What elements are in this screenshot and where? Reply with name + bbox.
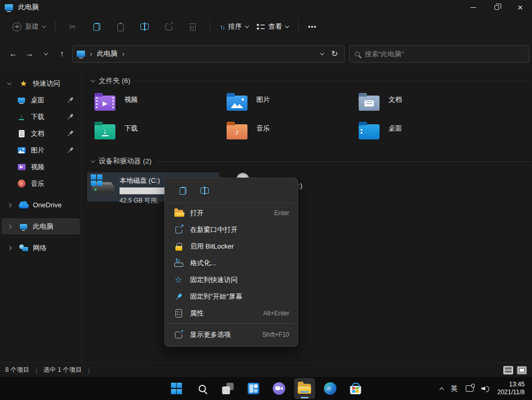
folder-tile-downloads[interactable]: ↓ 下载 — [87, 120, 219, 148]
pin-icon — [65, 128, 75, 138]
up-icon: ↑ — [60, 49, 64, 58]
rename-button[interactable] — [195, 182, 214, 199]
folder-tile-documents[interactable]: 文档 — [351, 91, 483, 120]
format-drive-icon — [174, 260, 183, 267]
sidebar-item-desktop[interactable]: 桌面 — [2, 92, 80, 108]
folder-tile-videos[interactable]: ▶ 视频 — [87, 91, 219, 120]
chevron-right-icon[interactable] — [7, 203, 11, 207]
file-explorer-button[interactable] — [294, 378, 315, 399]
folders-section-title: 文件夹 (6) — [99, 76, 131, 86]
sidebar-item-onedrive[interactable]: OneDrive — [2, 197, 80, 213]
address-bar[interactable]: › 此电脑 › ↻ — [72, 45, 345, 63]
details-view-button[interactable] — [503, 366, 513, 374]
cut-button[interactable]: ✂ — [61, 18, 85, 36]
sidebar-item-videos[interactable]: ▶ 视频 — [2, 159, 80, 175]
menu-item-open[interactable]: 打开 Enter — [167, 205, 295, 221]
large-icons-view-button[interactable] — [517, 366, 527, 374]
menu-item-pin-to-start[interactable]: 固定到"开始"屏幕 — [167, 288, 295, 305]
start-button[interactable] — [166, 378, 187, 399]
devices-section-title: 设备和驱动器 (2) — [99, 157, 151, 166]
open-new-window-icon — [175, 227, 182, 233]
widgets-button[interactable] — [243, 378, 264, 399]
videos-folder-icon: ▶ — [94, 96, 115, 111]
copy-icon — [180, 187, 186, 195]
folder-tile-desktop[interactable]: 桌面 — [351, 120, 483, 148]
windows-logo-icon — [91, 174, 102, 186]
volume-icon[interactable] — [481, 385, 490, 392]
devices-section-header[interactable]: 设备和驱动器 (2) — [87, 156, 532, 167]
chevron-down-icon[interactable] — [7, 80, 11, 85]
chevron-right-icon[interactable] — [7, 245, 11, 250]
restore-icon — [494, 5, 499, 10]
view-button[interactable]: 查看 — [253, 18, 293, 36]
ime-indicator[interactable]: 英 — [451, 384, 458, 393]
menu-item-format[interactable]: 格式化... — [167, 255, 295, 272]
share-button[interactable] — [157, 18, 181, 36]
close-button[interactable]: × — [509, 0, 532, 15]
this-pc-icon — [77, 51, 85, 57]
menu-item-bitlocker[interactable]: 启用 BitLocker — [167, 238, 295, 255]
menu-item-shortcut: Enter — [274, 209, 289, 217]
sort-button[interactable]: ↑↓ 排序 — [216, 18, 253, 36]
chevron-down-icon — [42, 23, 46, 28]
desktop-icon — [18, 98, 25, 103]
task-view-button[interactable] — [217, 378, 238, 399]
sort-label: 排序 — [228, 22, 242, 31]
back-button[interactable]: ← — [5, 46, 21, 62]
menu-item-show-more-options[interactable]: 显示更多选项 Shift+F10 — [167, 325, 295, 344]
network-icon[interactable] — [466, 385, 474, 392]
pictures-folder-icon — [227, 96, 247, 111]
copy-button[interactable] — [85, 18, 109, 36]
breadcrumb-this-pc[interactable]: 此电脑 — [97, 49, 117, 58]
new-button[interactable]: 新建 — [8, 18, 50, 36]
minimize-button[interactable] — [462, 0, 485, 15]
sidebar-item-this-pc[interactable]: 此电脑 — [2, 218, 80, 234]
folder-tile-pictures[interactable]: 图片 — [219, 91, 351, 120]
devices-row: 本地磁盘 (C:) 42.5 GB 可用, DVD 驱动器 (D:) — [87, 172, 532, 202]
copy-button[interactable] — [173, 182, 192, 199]
music-folder-icon: ♪ — [227, 124, 247, 139]
up-button[interactable]: ↑ — [54, 46, 70, 62]
delete-button[interactable] — [181, 18, 205, 36]
menu-item-pin-quick-access[interactable]: ☆ 固定到快速访问 — [167, 272, 295, 288]
paste-button[interactable] — [109, 18, 133, 36]
chevron-right-icon[interactable] — [7, 224, 11, 228]
search-box[interactable] — [349, 45, 529, 63]
chat-button[interactable] — [268, 378, 289, 399]
recent-locations-button[interactable] — [38, 46, 54, 62]
rename-button[interactable] — [133, 18, 157, 36]
menu-item-shortcut: Alt+Enter — [263, 310, 289, 317]
star-outline-icon: ☆ — [175, 276, 182, 284]
show-more-icon — [175, 332, 182, 338]
menu-item-label: 启用 BitLocker — [190, 242, 234, 251]
search-input[interactable] — [365, 50, 524, 58]
this-pc-icon — [5, 4, 13, 10]
music-icon: ♪ — [18, 180, 26, 187]
refresh-icon[interactable]: ↻ — [331, 49, 338, 58]
menu-item-open-new-window[interactable]: 在新窗口中打开 — [167, 221, 295, 238]
sidebar-item-pictures[interactable]: 图片 — [2, 142, 80, 158]
edge-button[interactable] — [320, 378, 340, 399]
see-more-button[interactable]: ••• — [304, 18, 321, 36]
sidebar-item-network[interactable]: 网络 — [2, 240, 80, 256]
menu-item-label: 在新窗口中打开 — [190, 225, 238, 234]
menu-item-properties[interactable]: 属性 Alt+Enter — [167, 305, 295, 322]
sidebar-item-downloads[interactable]: ↓ 下载 — [2, 109, 80, 125]
store-button[interactable] — [345, 378, 366, 399]
address-dropdown-icon[interactable] — [320, 51, 324, 55]
forward-button[interactable]: → — [21, 46, 38, 62]
this-pc-icon — [20, 224, 27, 229]
hidden-icons-button[interactable] — [440, 384, 443, 393]
taskbar-search-button[interactable] — [192, 378, 212, 399]
restore-button[interactable] — [485, 0, 509, 15]
sidebar-item-documents[interactable]: 文档 — [2, 125, 80, 142]
open-folder-icon — [174, 210, 183, 217]
sidebar-item-quick-access[interactable]: ★ 快速访问 — [2, 75, 80, 91]
pictures-icon — [18, 147, 26, 154]
folders-section-header[interactable]: 文件夹 (6) — [87, 75, 532, 87]
clock[interactable]: 13:45 2021/11/8 — [498, 381, 525, 396]
paste-icon — [117, 23, 124, 31]
sidebar-item-music[interactable]: ♪ 音乐 — [2, 175, 80, 192]
sidebar-item-label: 文档 — [31, 129, 44, 138]
folder-tile-music[interactable]: ♪ 音乐 — [219, 120, 351, 148]
